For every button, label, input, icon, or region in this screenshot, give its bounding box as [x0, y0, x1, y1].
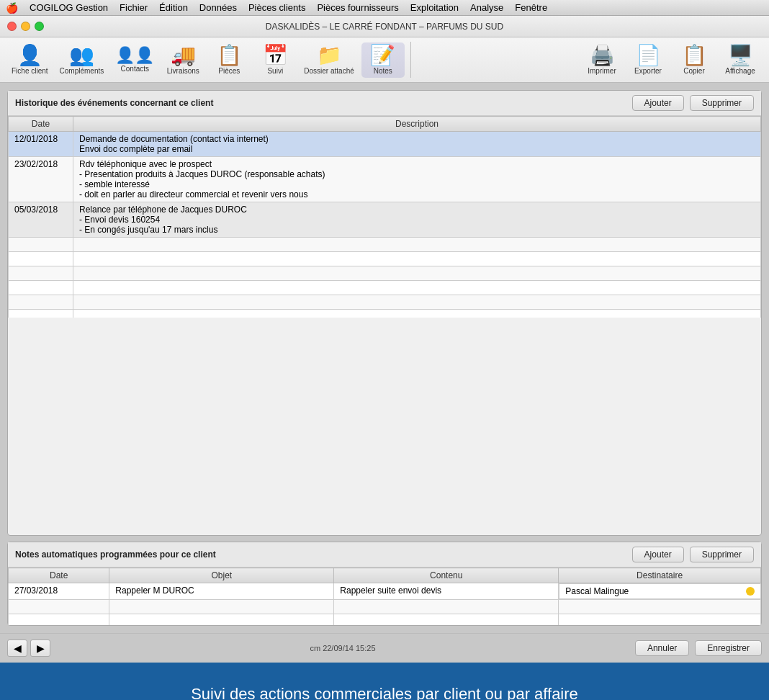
maximize-button[interactable]: [35, 22, 44, 31]
notes-panel: Notes automatiques programmées pour ce c…: [7, 542, 762, 626]
events-empty-row: [9, 252, 761, 266]
apple-menu[interactable]: 🍎: [6, 2, 18, 14]
notes-table-container: Date Objet Contenu Destinataire 27/03/20…: [8, 567, 761, 625]
footer-banner: Suivi des actions commerciales par clien…: [0, 663, 769, 700]
notes-panel-title: Notes automatiques programmées pour ce c…: [15, 549, 216, 560]
fiche-client-icon: 👤: [17, 45, 42, 66]
toolbar-contacts[interactable]: 👤👤 Contacts: [111, 45, 158, 76]
events-row[interactable]: 05/03/2018Relance par téléphone de Jacqu…: [9, 202, 761, 238]
nav-prev-button[interactable]: ◀: [7, 640, 27, 657]
events-empty-row: [9, 238, 761, 252]
pieces-label: Pièces: [218, 67, 240, 75]
bottom-bar: ◀ ▶ cm 22/09/14 15:25 Annuler Enregistre…: [0, 633, 769, 663]
events-cell-date: 12/01/2018: [9, 132, 73, 157]
titlebar: DASKALIDÈS – LE CARRÉ FONDANT – PARFUMS …: [0, 16, 769, 37]
events-cell-description: Demande de documentation (contact via in…: [73, 132, 761, 157]
window-controls: [7, 22, 44, 31]
notes-cell-date: 27/03/2018: [9, 583, 109, 600]
events-col-description: Description: [73, 117, 761, 132]
events-panel-buttons: Ajouter Supprimer: [632, 95, 754, 111]
menu-pieces-fournisseurs[interactable]: Pièces fournisseurs: [317, 2, 398, 13]
events-empty-row: [9, 266, 761, 281]
notes-panel-header: Notes automatiques programmées pour ce c…: [8, 542, 761, 567]
copier-icon: 📋: [682, 45, 707, 66]
notes-row[interactable]: 27/03/2018Rappeler M DUROCRappeler suite…: [9, 583, 761, 600]
events-cell-date: 05/03/2018: [9, 202, 73, 238]
affichage-icon: 🖥️: [728, 45, 753, 66]
events-empty-row: [9, 295, 761, 310]
complements-icon: 👥: [69, 45, 94, 66]
notes-col-date: Date: [9, 568, 109, 583]
minimize-button[interactable]: [21, 22, 30, 31]
nav-next-button[interactable]: ▶: [30, 640, 50, 657]
copier-label: Copier: [683, 67, 704, 75]
toolbar-exporter[interactable]: 📄 Exporter: [626, 42, 670, 78]
menu-edition[interactable]: Édition: [159, 2, 188, 13]
menu-pieces-clients[interactable]: Pièces clients: [248, 2, 305, 13]
menu-fichier[interactable]: Fichier: [120, 2, 148, 13]
events-empty-row: [9, 310, 761, 318]
toolbar-copier[interactable]: 📋 Copier: [673, 42, 716, 78]
notes-empty-row: [9, 614, 761, 626]
toolbar-fiche-client[interactable]: 👤 Fiche client: [7, 42, 53, 78]
toolbar-complements[interactable]: 👥 Compléments: [55, 42, 109, 78]
events-row[interactable]: 23/02/2018Rdv téléphonique avec le prosp…: [9, 157, 761, 202]
notes-cell-objet: Rappeler M DUROC: [109, 583, 334, 600]
window-title: DASKALIDÈS – LE CARRÉ FONDANT – PARFUMS …: [266, 22, 503, 32]
notes-empty-row: [9, 600, 761, 614]
suivi-icon: 📅: [263, 45, 288, 66]
notes-label: Notes: [374, 67, 392, 75]
save-button[interactable]: Enregistrer: [695, 640, 762, 656]
events-cell-date: 23/02/2018: [9, 157, 73, 202]
dossier-attache-icon: 📁: [317, 45, 342, 66]
notes-col-objet: Objet: [109, 568, 334, 583]
notes-col-contenu: Contenu: [334, 568, 559, 583]
contacts-label: Contacts: [121, 65, 149, 73]
main-content: Historique des événements concernant ce …: [0, 83, 769, 633]
menu-analyse[interactable]: Analyse: [470, 2, 503, 13]
notes-col-destinataire: Destinataire: [559, 568, 761, 583]
complements-label: Compléments: [60, 67, 104, 75]
toolbar-imprimer[interactable]: 🖨️ Imprimer: [580, 42, 624, 78]
events-delete-button[interactable]: Supprimer: [690, 95, 754, 111]
menu-donnees[interactable]: Données: [199, 2, 237, 13]
toolbar-separator: [410, 42, 411, 78]
toolbar-suivi[interactable]: 📅 Suivi: [253, 42, 297, 78]
events-add-button[interactable]: Ajouter: [632, 95, 684, 111]
notes-cell-destinataire: Pascal Malingue: [559, 583, 760, 599]
events-row[interactable]: 12/01/2018Demande de documentation (cont…: [9, 132, 761, 157]
status-text: cm 22/09/14 15:25: [310, 644, 375, 652]
toolbar-livraisons[interactable]: 🚚 Livraisons: [161, 42, 204, 78]
events-panel-header: Historique des événements concernant ce …: [8, 91, 761, 116]
notes-add-button[interactable]: Ajouter: [632, 547, 684, 562]
menu-fenetre[interactable]: Fenêtre: [515, 2, 547, 13]
events-panel: Historique des événements concernant ce …: [7, 90, 762, 536]
livraisons-icon: 🚚: [171, 45, 196, 66]
events-empty-row: [9, 281, 761, 295]
toolbar: 👤 Fiche client 👥 Compléments 👤👤 Contacts…: [0, 37, 769, 83]
toolbar-pieces[interactable]: 📋 Pièces: [207, 42, 251, 78]
toolbar-affichage[interactable]: 🖥️ Affichage: [719, 42, 762, 78]
menu-exploitation[interactable]: Exploitation: [410, 2, 459, 13]
imprimer-label: Imprimer: [588, 67, 616, 75]
events-panel-title: Historique des événements concernant ce …: [15, 98, 213, 108]
exporter-icon: 📄: [636, 45, 661, 66]
toolbar-right: 🖨️ Imprimer 📄 Exporter 📋 Copier 🖥️ Affic…: [580, 42, 762, 78]
toolbar-notes[interactable]: 📝 Notes: [361, 42, 405, 78]
notes-cell-contenu: Rappeler suite envoi devis: [334, 583, 559, 600]
menu-cogilog[interactable]: COGILOG Gestion: [30, 2, 108, 13]
cancel-button[interactable]: Annuler: [635, 640, 689, 656]
contacts-icon: 👤👤: [115, 48, 154, 63]
nav-buttons: ◀ ▶: [7, 640, 50, 657]
toolbar-dossier-attache[interactable]: 📁 Dossier attaché: [300, 42, 358, 78]
notes-delete-button[interactable]: Supprimer: [690, 547, 754, 562]
events-cell-description: Relance par téléphone de Jacques DUROC -…: [73, 202, 761, 238]
status-dot: [746, 587, 755, 596]
bottom-right-buttons: Annuler Enregistrer: [635, 640, 762, 656]
exporter-label: Exporter: [634, 67, 662, 75]
fiche-client-label: Fiche client: [12, 67, 48, 75]
events-cell-description: Rdv téléphonique avec le prospect - Pres…: [73, 157, 761, 202]
close-button[interactable]: [7, 22, 17, 31]
notes-table: Date Objet Contenu Destinataire 27/03/20…: [8, 567, 761, 625]
livraisons-label: Livraisons: [167, 67, 199, 75]
